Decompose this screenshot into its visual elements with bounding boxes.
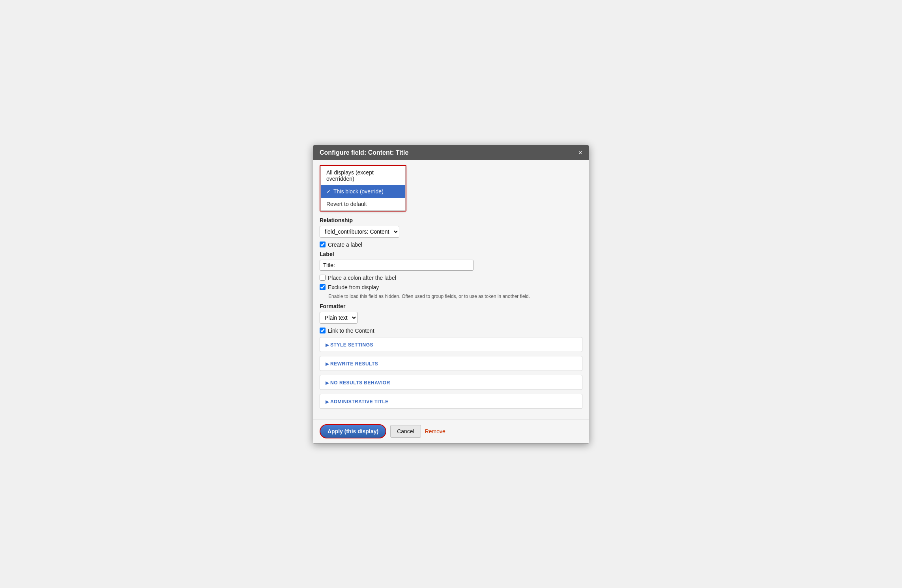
- dropdown-option-this-block[interactable]: ✓This block (override): [321, 185, 405, 198]
- link-content-checkbox[interactable]: [320, 328, 326, 333]
- exclude-display-help: Enable to load this field as hidden. Oft…: [328, 294, 582, 299]
- rewrite-results-section: REWRITE RESULTS: [320, 356, 582, 371]
- remove-button[interactable]: Remove: [425, 428, 445, 434]
- link-content-row: Link to the Content: [320, 328, 582, 334]
- apply-button[interactable]: Apply (this display): [320, 424, 386, 438]
- dropdown-menu: All displays (except overridden) ✓This b…: [320, 166, 406, 211]
- create-label-row: Create a label: [320, 242, 582, 248]
- label-input[interactable]: [320, 260, 473, 271]
- relationship-label: Relationship: [320, 217, 582, 223]
- place-colon-row: Place a colon after the label: [320, 275, 582, 281]
- place-colon-text: Place a colon after the label: [328, 275, 396, 281]
- configure-field-dialog: Configure field: Content: Title × All di…: [313, 145, 589, 444]
- administrative-title-toggle[interactable]: ADMINISTRATIVE TITLE: [326, 399, 389, 404]
- dialog-header: Configure field: Content: Title ×: [313, 145, 589, 160]
- rewrite-results-toggle[interactable]: REWRITE RESULTS: [326, 361, 378, 367]
- link-content-text: Link to the Content: [328, 328, 374, 334]
- option-label: Revert to default: [326, 201, 367, 207]
- close-button[interactable]: ×: [578, 149, 582, 156]
- relationship-section: Relationship field_contributors: Content: [320, 217, 582, 238]
- relationship-select[interactable]: field_contributors: Content: [320, 226, 399, 238]
- checkmark-icon: ✓: [326, 188, 331, 195]
- exclude-display-row: Exclude from display Enable to load this…: [320, 284, 582, 299]
- no-results-behavior-toggle[interactable]: NO RESULTS BEHAVIOR: [326, 380, 390, 386]
- dialog-title: Configure field: Content: Title: [320, 149, 408, 156]
- formatter-section: Formatter Plain text: [320, 303, 582, 324]
- dialog-footer: Apply (this display) Cancel Remove: [313, 419, 589, 443]
- formatter-label: Formatter: [320, 303, 582, 309]
- collapsible-sections: STYLE SETTINGS REWRITE RESULTS NO RESULT…: [320, 337, 582, 409]
- dialog-body: All displays (except overridden) ✓This b…: [313, 160, 589, 419]
- display-dropdown-area: All displays (except overridden) ✓This b…: [320, 160, 582, 212]
- cancel-button[interactable]: Cancel: [390, 425, 421, 438]
- label-field-label: Label: [320, 251, 582, 257]
- no-results-behavior-section: NO RESULTS BEHAVIOR: [320, 375, 582, 390]
- style-settings-section: STYLE SETTINGS: [320, 337, 582, 352]
- formatter-select[interactable]: Plain text: [320, 312, 357, 324]
- administrative-title-section: ADMINISTRATIVE TITLE: [320, 394, 582, 409]
- label-section: Label: [320, 251, 582, 271]
- create-label-checkbox[interactable]: [320, 242, 326, 247]
- style-settings-toggle[interactable]: STYLE SETTINGS: [326, 342, 373, 348]
- create-label-text: Create a label: [328, 242, 362, 248]
- exclude-display-checkbox-row: Exclude from display: [320, 284, 582, 290]
- dropdown-option-all-displays[interactable]: All displays (except overridden): [321, 166, 405, 185]
- exclude-display-text: Exclude from display: [328, 284, 379, 290]
- option-label: All displays (except overridden): [326, 169, 374, 182]
- dropdown-option-revert[interactable]: Revert to default: [321, 198, 405, 210]
- display-dropdown[interactable]: All displays (except overridden) ✓This b…: [320, 165, 406, 212]
- option-label: This block (override): [333, 188, 384, 195]
- place-colon-checkbox[interactable]: [320, 275, 326, 281]
- exclude-display-checkbox[interactable]: [320, 284, 326, 290]
